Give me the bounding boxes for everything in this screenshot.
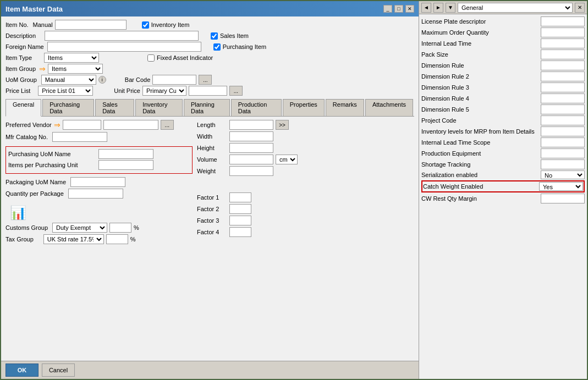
- height-input[interactable]: [229, 143, 273, 153]
- side-row-license-plate: License Plate descriptor: [421, 16, 585, 26]
- side-nav-forward-button[interactable]: ►: [433, 3, 443, 13]
- item-no-input[interactable]: Active-Item-03: [55, 20, 127, 30]
- side-panel-close-button[interactable]: ✕: [575, 3, 585, 13]
- side-select-catch-weight[interactable]: No Yes: [539, 182, 583, 191]
- width-input[interactable]: [229, 131, 273, 141]
- side-title-bar: ◄ ► ▼ General ✕: [419, 1, 587, 14]
- side-input-dim-rule[interactable]: [541, 60, 585, 70]
- side-input-internal-lead-time-scope[interactable]: P: [541, 137, 585, 147]
- purchasing-uom-name-label: Purchasing UoM Name: [8, 151, 96, 157]
- factor1-input[interactable]: 1: [229, 192, 251, 202]
- ok-button[interactable]: OK: [6, 364, 39, 377]
- side-input-shortage-tracking[interactable]: N: [541, 159, 585, 169]
- length-input[interactable]: [229, 120, 273, 130]
- tab-planning[interactable]: Planning Data: [184, 99, 230, 116]
- unit-price-currency-select[interactable]: Primary Curr: [142, 86, 186, 96]
- side-label-cw-rest-qty: CW Rest Qty Margin: [421, 195, 538, 202]
- side-input-inv-mrp[interactable]: N: [541, 126, 585, 136]
- customs-group-select[interactable]: Duty Exempt: [52, 223, 107, 233]
- mfr-catalog-input[interactable]: [52, 132, 107, 142]
- unit-price-browse-button[interactable]: ...: [229, 86, 243, 96]
- price-list-select[interactable]: Price List 01: [38, 86, 93, 96]
- factors-area: Factor 1 1 Factor 2 1 Factor 3 1 Facto: [197, 192, 414, 237]
- tab-inventory[interactable]: Inventory Data: [135, 99, 183, 116]
- tax-pct-input[interactable]: 17.5: [106, 234, 128, 244]
- fixed-asset-checkbox[interactable]: [147, 54, 155, 62]
- side-input-production-equipment[interactable]: N: [541, 148, 585, 158]
- qty-per-package-input[interactable]: 1: [68, 189, 123, 199]
- side-input-dim-rule-2[interactable]: [541, 71, 585, 81]
- dim-expand-button[interactable]: >>: [276, 120, 289, 130]
- header-fields: Item No. Manual Active-Item-03 Inventory…: [6, 20, 414, 96]
- price-list-label: Price List: [6, 87, 30, 94]
- factor4-input[interactable]: 1: [229, 227, 251, 237]
- barcode-browse-button[interactable]: ...: [199, 75, 212, 85]
- customs-pct-input[interactable]: [109, 223, 131, 233]
- weight-input[interactable]: [229, 166, 273, 176]
- general-left-col: Preferred Vendor ⇒ 00001 ABC Inc ... Mfr…: [6, 120, 193, 246]
- dimensions-area: Length >> Width Height: [197, 120, 414, 176]
- barcode-input[interactable]: [152, 75, 196, 85]
- side-nav-down-button[interactable]: ▼: [446, 3, 455, 13]
- height-row: Height: [197, 143, 414, 153]
- side-row-max-order-qty: Maximum Order Quantity: [421, 27, 585, 37]
- side-input-dim-rule-5[interactable]: [541, 104, 585, 114]
- inventory-item-checkbox[interactable]: [142, 21, 149, 29]
- tax-group-select[interactable]: UK Std rate 17.5%: [43, 234, 104, 244]
- purchasing-item-checkbox[interactable]: [213, 43, 221, 51]
- purchasing-uom-name-input[interactable]: Box: [98, 149, 153, 159]
- tab-attachments[interactable]: Attachments: [365, 99, 413, 116]
- side-panel-title-select[interactable]: General: [458, 3, 573, 13]
- side-label-shortage-tracking: Shortage Tracking: [421, 161, 538, 168]
- side-nav-back-button[interactable]: ◄: [421, 3, 431, 13]
- tab-sales[interactable]: Sales Data: [95, 99, 134, 116]
- description-input[interactable]: Active-Item-03: [45, 31, 199, 41]
- side-input-project-code[interactable]: [541, 115, 585, 125]
- volume-unit-select[interactable]: cm: [276, 155, 298, 164]
- volume-input[interactable]: [229, 155, 273, 164]
- items-per-unit-input[interactable]: 10: [98, 160, 153, 170]
- description-label: Description: [6, 32, 36, 39]
- maximize-button[interactable]: □: [394, 5, 403, 13]
- chart-area: 📊: [10, 205, 193, 221]
- side-input-dim-rule-3[interactable]: [541, 82, 585, 92]
- preferred-vendor-name-input[interactable]: ABC Inc: [103, 120, 158, 130]
- tax-group-label: Tax Group: [6, 236, 34, 243]
- factor3-input[interactable]: 1: [229, 216, 251, 225]
- preferred-vendor-code-input[interactable]: 00001: [63, 120, 101, 130]
- item-group-select[interactable]: Items: [48, 64, 103, 74]
- side-input-license-plate[interactable]: [541, 16, 585, 26]
- close-button[interactable]: ✕: [405, 5, 414, 13]
- side-label-dim-rule-3: Dimension Rule 3: [421, 84, 538, 91]
- tab-purchasing[interactable]: Purchasing Data: [42, 99, 94, 116]
- items-per-unit-row: Items per Purchasing Unit 10: [8, 160, 190, 170]
- purchasing-uom-name-row: Purchasing UoM Name Box: [8, 149, 190, 159]
- window-title: Item Master Data: [6, 5, 63, 13]
- preferred-vendor-browse-button[interactable]: ...: [161, 120, 174, 130]
- unit-price-input[interactable]: GBP 1.00: [189, 86, 227, 96]
- foreign-name-input[interactable]: [47, 42, 201, 52]
- sales-item-checkbox[interactable]: [211, 32, 218, 40]
- side-row-shortage-tracking: Shortage Tracking N: [421, 159, 585, 169]
- packaging-uom-input[interactable]: [70, 177, 125, 187]
- side-input-internal-lead-time[interactable]: [541, 38, 585, 48]
- cancel-button[interactable]: Cancel: [42, 364, 75, 377]
- side-select-serialization[interactable]: No Yes: [541, 170, 585, 179]
- side-input-max-order-qty[interactable]: [541, 27, 585, 37]
- side-input-dim-rule-4[interactable]: [541, 93, 585, 103]
- main-panel: Item Master Data _ □ ✕ Item No. Manual A…: [1, 1, 419, 379]
- side-input-cw-rest-qty[interactable]: [541, 194, 585, 203]
- tab-properties[interactable]: Properties: [283, 99, 325, 116]
- qty-per-package-label: Quantity per Package: [6, 190, 64, 197]
- side-row-cw-rest-qty: CW Rest Qty Margin: [421, 194, 585, 203]
- tab-production[interactable]: Production Data: [231, 99, 282, 116]
- factor1-label: Factor 1: [197, 194, 227, 201]
- volume-label: Volume: [197, 156, 227, 163]
- minimize-button[interactable]: _: [383, 5, 392, 13]
- side-input-pack-size[interactable]: [541, 49, 585, 59]
- tab-remarks[interactable]: Remarks: [326, 99, 364, 116]
- tab-general[interactable]: General: [6, 99, 41, 117]
- factor2-input[interactable]: 1: [229, 204, 251, 214]
- uom-group-select[interactable]: Manual: [41, 75, 96, 85]
- item-type-select[interactable]: Items: [44, 53, 99, 63]
